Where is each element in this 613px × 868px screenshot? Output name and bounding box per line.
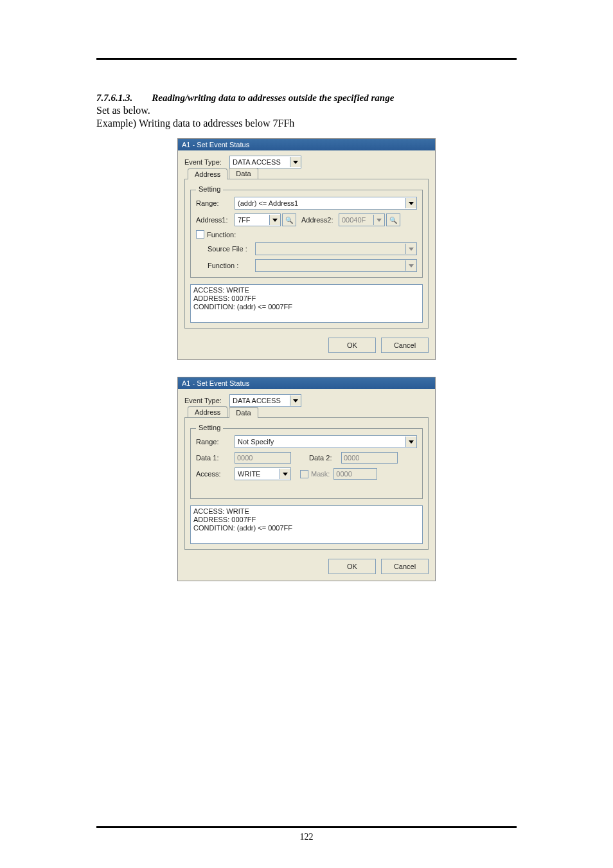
event-type-combo[interactable]: DATA ACCESS bbox=[229, 156, 301, 168]
function-label: Function : bbox=[208, 262, 255, 269]
group-legend: Setting bbox=[196, 185, 223, 193]
address2-label: Address2: bbox=[301, 216, 339, 224]
chevron-down-icon[interactable] bbox=[290, 395, 301, 406]
dialog-address: A1 - Set Event Status Event Type: DATA A… bbox=[177, 138, 436, 360]
section-title: Reading/writing data to addresses outsid… bbox=[152, 93, 394, 103]
data2-label: Data 2: bbox=[309, 454, 341, 462]
data2-input: 0000 bbox=[341, 452, 398, 464]
chevron-down-icon[interactable] bbox=[405, 198, 416, 208]
footer-rule bbox=[96, 826, 517, 828]
tab-address[interactable]: Address bbox=[188, 406, 227, 417]
mask-checkbox bbox=[300, 470, 308, 478]
chevron-down-icon bbox=[373, 215, 384, 225]
intro-line-2: Example) Writing data to addresses below… bbox=[96, 118, 517, 129]
dialog-titlebar: A1 - Set Event Status bbox=[178, 377, 435, 389]
dialog-data: A1 - Set Event Status Event Type: DATA A… bbox=[177, 377, 436, 581]
address2-value: 00040F bbox=[339, 216, 373, 224]
access-value: WRITE bbox=[235, 470, 280, 478]
summary-textarea: ACCESS: WRITE ADDRESS: 0007FF CONDITION:… bbox=[190, 505, 423, 544]
event-type-label: Event Type: bbox=[184, 158, 229, 166]
tab-data[interactable]: Data bbox=[229, 168, 258, 179]
range-value: Not Specify bbox=[235, 438, 405, 446]
summary-textarea: ACCESS: WRITE ADDRESS: 0007FF CONDITION:… bbox=[190, 284, 423, 323]
intro-line-1: Set as below. bbox=[96, 105, 517, 116]
tabset-address: Address Data Setting Range: (addr) <= Ad… bbox=[184, 179, 429, 329]
tab-data[interactable]: Data bbox=[229, 407, 258, 418]
range-combo[interactable]: (addr) <= Address1 bbox=[235, 197, 417, 210]
chevron-down-icon[interactable] bbox=[290, 157, 301, 167]
range-label: Range: bbox=[196, 438, 235, 446]
ok-button[interactable]: OK bbox=[328, 559, 376, 574]
chevron-down-icon[interactable] bbox=[405, 437, 416, 447]
page-number: 122 bbox=[96, 832, 517, 842]
chevron-down-icon[interactable] bbox=[269, 215, 280, 225]
ok-button[interactable]: OK bbox=[328, 338, 376, 353]
address2-input: 00040F bbox=[339, 213, 385, 226]
event-type-value: DATA ACCESS bbox=[230, 397, 290, 404]
mask-input: 0000 bbox=[333, 468, 377, 480]
section-number: 7.7.6.1.3. bbox=[96, 93, 132, 103]
footer: 122 bbox=[0, 826, 613, 842]
event-type-label: Event Type: bbox=[184, 397, 229, 404]
browse-icon[interactable]: 🔍 bbox=[386, 213, 400, 226]
data1-label: Data 1: bbox=[196, 454, 235, 462]
chevron-down-icon bbox=[405, 244, 416, 254]
source-file-combo bbox=[255, 242, 417, 255]
function-checkbox-label: Function: bbox=[207, 231, 236, 239]
chevron-down-icon bbox=[405, 260, 416, 271]
access-combo[interactable]: WRITE bbox=[235, 467, 291, 480]
address1-label: Address1: bbox=[196, 216, 235, 224]
browse-icon[interactable]: 🔍 bbox=[282, 213, 296, 226]
top-rule bbox=[96, 58, 517, 60]
range-label: Range: bbox=[196, 199, 235, 207]
range-combo[interactable]: Not Specify bbox=[235, 435, 417, 448]
group-legend: Setting bbox=[196, 424, 223, 431]
section-heading: 7.7.6.1.3. Reading/writing data to addre… bbox=[96, 92, 517, 104]
tabset-data: Address Data Setting Range: Not Specify … bbox=[184, 417, 429, 550]
event-type-combo[interactable]: DATA ACCESS bbox=[229, 394, 301, 407]
address1-value: 7FF bbox=[235, 216, 269, 224]
chevron-down-icon[interactable] bbox=[280, 469, 290, 479]
cancel-button[interactable]: Cancel bbox=[381, 338, 429, 353]
dialog-titlebar: A1 - Set Event Status bbox=[178, 139, 435, 150]
data1-input: 0000 bbox=[235, 452, 291, 464]
source-file-label: Source File : bbox=[208, 245, 255, 253]
group-setting: Setting Range: (addr) <= Address1 Addres… bbox=[190, 190, 423, 278]
tab-address[interactable]: Address bbox=[188, 168, 227, 179]
event-type-value: DATA ACCESS bbox=[230, 158, 290, 166]
address1-input[interactable]: 7FF bbox=[235, 213, 281, 226]
range-value: (addr) <= Address1 bbox=[235, 199, 405, 207]
mask-label: Mask: bbox=[311, 470, 330, 478]
cancel-button[interactable]: Cancel bbox=[381, 559, 429, 574]
function-combo bbox=[255, 259, 417, 272]
group-setting: Setting Range: Not Specify Data 1: 0000 … bbox=[190, 428, 423, 499]
access-label: Access: bbox=[196, 470, 235, 478]
function-checkbox[interactable] bbox=[196, 230, 204, 239]
